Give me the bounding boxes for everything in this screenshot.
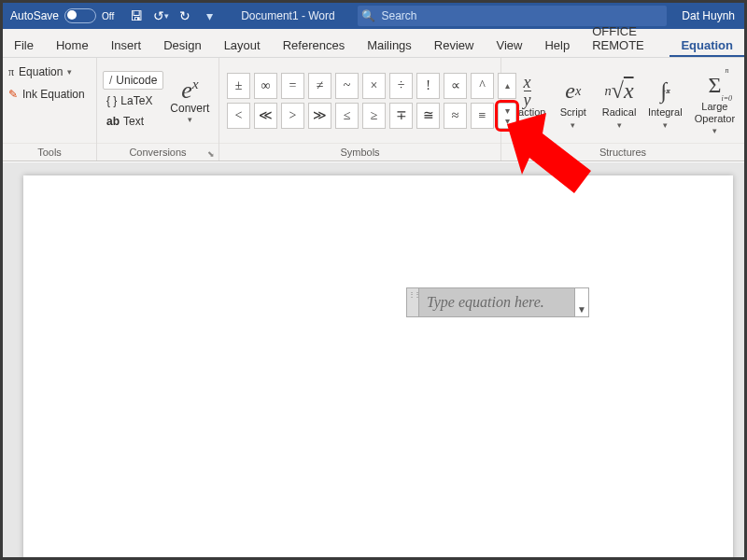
chevron-down-icon: ▾ [188,115,192,124]
fraction-icon: xy [524,75,531,106]
integral-icon: ∫x-x [660,75,669,106]
large-operator-button[interactable]: Σni=0 Large Operator ▾ [689,69,740,135]
highlight-box [495,100,519,132]
tab-mailings[interactable]: Mailings [356,33,423,57]
script-icon: ex [565,75,581,106]
symbol-cell[interactable]: ≤ [335,103,359,129]
group-label-conversions: Conversions⬊ [97,143,218,161]
symbol-cell[interactable]: < [227,103,250,129]
symbol-cell[interactable]: ≠ [308,73,331,99]
tab-help[interactable]: Help [533,33,581,57]
quick-access-toolbar: 🖫 ↺▾ ↻ ▾ [121,8,224,23]
symbol-cell[interactable]: ± [227,73,250,99]
tab-view[interactable]: View [485,33,533,57]
symbol-cell[interactable]: ≈ [444,103,467,129]
symbol-cell[interactable]: × [362,73,386,99]
pi-icon: π [8,65,14,79]
symbol-cell[interactable]: ÷ [389,73,413,99]
autosave-label: AutoSave [10,9,59,22]
symbol-cell[interactable]: ≥ [362,103,386,129]
sigma-icon: Σni=0 [708,69,721,101]
unicode-button[interactable]: /Unicode [103,71,163,90]
symbol-cell[interactable]: ! [416,73,440,99]
chevron-down-icon: ▾ [663,120,668,130]
group-label-structures: Structures [501,143,744,161]
radical-icon: n√x [605,75,634,106]
symbols-scroll-up[interactable]: ▴ [498,73,516,99]
chevron-down-icon: ▾ [67,67,72,77]
redo-icon[interactable]: ↻ [177,8,192,23]
radical-button[interactable]: n√x Radical ▾ [597,75,641,130]
symbols-more-button[interactable]: ▾▾ [498,103,516,129]
tab-layout[interactable]: Layout [213,33,272,57]
latex-button[interactable]: { }LaTeX [103,91,163,110]
save-icon[interactable]: 🖫 [129,8,144,23]
undo-icon[interactable]: ↺▾ [153,8,168,23]
tab-references[interactable]: References [272,33,356,57]
symbol-cell[interactable]: ∝ [444,73,467,99]
chevron-down-icon: ▾ [571,120,575,130]
chevron-down-icon: ▾ [525,120,529,130]
tab-review[interactable]: Review [423,33,486,57]
dialog-launcher-icon[interactable]: ⬊ [207,146,215,162]
user-name[interactable]: Dat Huynh [672,9,744,22]
equation-button[interactable]: π Equation ▾ [8,62,72,82]
group-label-symbols: Symbols [219,143,500,161]
symbol-cell[interactable]: ~ [335,73,359,99]
text-button[interactable]: abText [103,112,163,131]
tab-insert[interactable]: Insert [100,33,153,57]
equation-options-dropdown[interactable]: ▼ [574,288,588,316]
equation-placeholder[interactable]: Type equation here. [419,288,574,316]
equation-box[interactable]: Type equation here. ▼ [406,287,589,317]
symbol-cell[interactable]: = [281,73,304,99]
symbol-cell[interactable]: ≫ [308,103,331,129]
symbol-cell[interactable]: ≪ [254,103,277,129]
group-conversions: /Unicode { }LaTeX abText ex Convert ▾ Co… [97,58,219,161]
symbol-cell[interactable]: > [281,103,304,129]
ink-equation-button[interactable]: ✎ Ink Equation [8,84,85,105]
equation-move-handle[interactable] [407,288,419,316]
document-area[interactable]: Type equation here. ▼ [3,162,744,557]
symbol-cell[interactable]: ∓ [389,103,413,129]
tab-design[interactable]: Design [152,33,212,57]
document-title: Document1 - Word [224,9,351,22]
page[interactable]: Type equation here. ▼ [23,175,733,560]
tab-home[interactable]: Home [45,33,100,57]
chevron-down-icon: ▾ [712,126,717,135]
convert-icon: ex [181,77,198,103]
chevron-down-icon: ▾ [617,120,622,130]
search-icon: 🔍 [358,9,380,22]
script-button[interactable]: ex Script ▾ [551,75,595,130]
autosave-toggle[interactable]: AutoSave Off [3,8,121,23]
ribbon: π Equation ▾ ✎ Ink Equation Tools /Unico… [3,58,744,161]
symbol-cell[interactable]: ^ [471,73,494,99]
ink-icon: ✎ [8,88,18,101]
symbol-gallery: ±∞=≠~×÷!∝^ <≪>≫≤≥∓≅≈≡ [227,73,494,129]
tab-file[interactable]: File [3,33,45,57]
tab-office-remote[interactable]: OFFICE REMOTE [581,19,669,57]
convert-button[interactable]: ex Convert ▾ [167,77,212,125]
ribbon-tabs: File Home Insert Design Layout Reference… [3,29,744,58]
integral-button[interactable]: ∫x-x Integral ▾ [643,75,687,130]
group-structures: xy Fraction ▾ ex Script ▾ n√x Radical ▾ … [501,58,744,161]
group-tools: π Equation ▾ ✎ Ink Equation Tools [3,58,97,161]
autosave-state: Off [102,11,114,21]
group-label-tools: Tools [3,143,96,161]
group-symbols: ±∞=≠~×÷!∝^ <≪>≫≤≥∓≅≈≡ ▴ ▾▾ Symbols [219,58,501,161]
toggle-icon [64,8,96,23]
symbol-cell[interactable]: ≡ [471,103,494,129]
symbol-cell[interactable]: ≅ [416,103,440,129]
symbol-cell[interactable]: ∞ [254,73,277,99]
customize-qat-icon[interactable]: ▾ [202,8,217,23]
tab-equation[interactable]: Equation [669,33,744,57]
